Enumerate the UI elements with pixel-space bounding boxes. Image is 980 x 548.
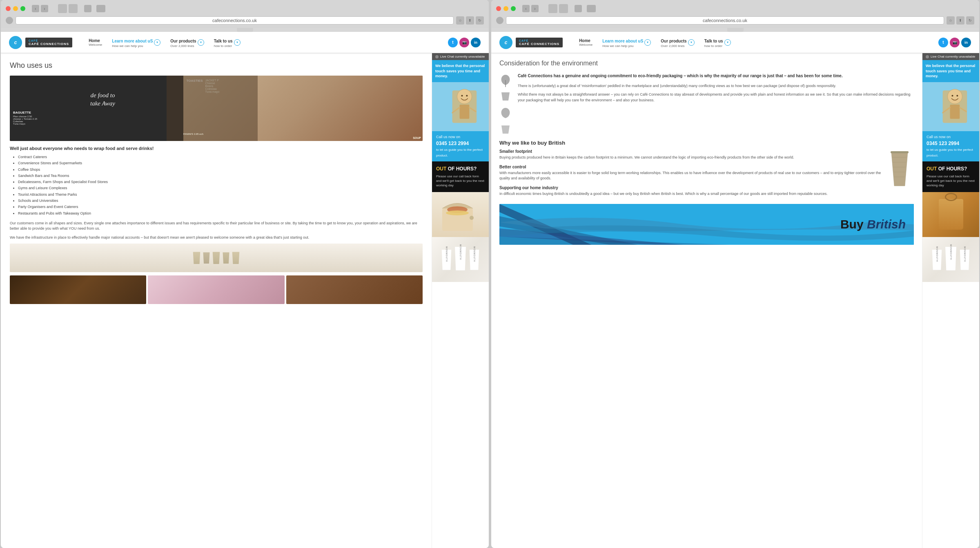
out-rest-right: OF HOURS? (938, 166, 967, 172)
svg-point-22 (956, 95, 958, 96)
download-icon[interactable] (84, 5, 91, 12)
para1-left: Our customers come in all shapes and siz… (10, 221, 423, 232)
close-button-right[interactable] (496, 6, 501, 11)
back-button[interactable]: ‹ (32, 5, 39, 12)
maximize-button-right[interactable] (511, 6, 516, 11)
eco-icon-2 (499, 90, 512, 103)
linkedin-icon-right[interactable]: in (961, 38, 971, 47)
twitter-icon-right[interactable]: t (938, 38, 948, 47)
maximize-button[interactable] (20, 6, 25, 11)
website-right: c CAFÉ CAFÉ CONNECTIONS Home Welcome Lea… (491, 32, 979, 548)
list-item: Tourist Attractions and Theme Parks (18, 192, 423, 198)
resize-tab-right (491, 28, 979, 32)
out-of-hours-left: OUT OF HOURS? Please use our call back f… (432, 161, 489, 192)
instagram-icon-left[interactable]: 📷 (459, 38, 469, 47)
bookmark-icon[interactable]: ☆ (456, 16, 464, 25)
home-industry-title: Supporting our home industry (499, 186, 881, 190)
nav-buttons-left: ‹ › (32, 5, 48, 12)
minimize-button[interactable] (13, 6, 18, 11)
tab-icon-right-1[interactable] (548, 4, 557, 13)
phone-right: 0345 123 2994 (927, 140, 975, 147)
well-text-left: Well just about everyone who needs to wr… (10, 146, 423, 151)
svg-rect-17 (891, 151, 909, 153)
list-view-icon[interactable] (96, 5, 105, 12)
share-icon[interactable]: ⬆ (466, 16, 474, 25)
env-title-right: Consideration for the environment (499, 60, 914, 67)
learn-arrow-right[interactable]: ▾ (644, 39, 651, 46)
intro-text-area: Café Connections has a genuine and ongoi… (518, 73, 914, 136)
live-chat-badge-right: Live Chat currently unavailable (922, 53, 979, 60)
cup-label-3: MONMOUTH (473, 246, 476, 262)
bookmark-icon-right[interactable]: ☆ (947, 16, 955, 25)
intro-bold-right: Café Connections has a genuine and ongoi… (518, 74, 843, 78)
nav-talk-left[interactable]: Talk to us how to order ▾ (210, 35, 245, 49)
nav-products-left[interactable]: Our products Over 2,000 lines ▾ (166, 35, 208, 49)
character-area-right (922, 82, 979, 131)
learn-arrow-left[interactable]: ▾ (154, 39, 160, 46)
browser-chrome-left: ‹ › cafeconnections.co.uk ☆ ⬆ ↻ (1, 0, 489, 28)
nav-links-right: Home Welcome Learn more about uS How we … (575, 35, 938, 49)
forward-button[interactable]: › (41, 5, 48, 12)
tab-icon-1[interactable] (58, 4, 67, 13)
cup-product-area (10, 244, 423, 272)
white-cups-image-left: MONMOUTH MONMOUTH MONMOUTH (432, 237, 489, 282)
out-sub-right: Please use our call back form and we'll … (927, 174, 975, 188)
nav-talk-right[interactable]: Talk to us how to order ▾ (700, 35, 735, 49)
cup-label-right-2: MONMOUTH (950, 244, 952, 260)
medical-image (148, 275, 284, 304)
forward-button-right[interactable]: › (531, 5, 539, 12)
eco-icon-1 (499, 73, 512, 87)
list-item: Convenience Stores and Supermarkets (18, 160, 423, 166)
tab-icon-2[interactable] (69, 4, 78, 13)
cup-illustration-right (885, 149, 914, 192)
restaurant-image (10, 275, 146, 304)
products-arrow-left[interactable]: ▾ (198, 39, 204, 46)
close-button[interactable] (6, 6, 11, 11)
instagram-icon-right[interactable]: 📷 (950, 38, 960, 47)
benefits-area: Smaller footprint Buying products produc… (499, 149, 914, 201)
better-control-title: Better control (499, 165, 881, 169)
svg-rect-4 (460, 105, 470, 119)
logo-name-left: CAFÉ CAFÉ CONNECTIONS (29, 39, 69, 46)
nav-home-left[interactable]: Home Welcome (85, 37, 106, 48)
nav-products-right[interactable]: Our products Over 2,000 lines ▾ (657, 35, 698, 49)
site-nav-left: c CAFÉ CAFÉ CONNECTIONS Home Welcome Lea… (1, 32, 489, 53)
tab-icons (58, 4, 78, 13)
character-area-left (432, 82, 489, 131)
nav-learn-right[interactable]: Learn more about uS How we can help you … (598, 35, 655, 49)
refresh-icon-right[interactable]: ↻ (966, 16, 974, 25)
panini-label: PANINI'S 3.95 ech (183, 133, 203, 135)
browser-window-left: ‹ › cafeconnections.co.uk ☆ ⬆ ↻ (1, 0, 489, 548)
logo-area-right: c CAFÉ CAFÉ CONNECTIONS (499, 36, 563, 49)
live-chat-label-right: Live Chat currently unavailable (931, 55, 975, 58)
talk-arrow-left[interactable]: ▾ (234, 39, 241, 46)
twitter-icon-left[interactable]: t (448, 38, 458, 47)
refresh-icon[interactable]: ↻ (476, 16, 484, 25)
stick-figure-svg-left (432, 82, 489, 131)
nav-learn-left[interactable]: Learn more about uS How we can help you … (108, 35, 165, 49)
list-view-icon-right[interactable] (587, 5, 596, 12)
phone-left: 0345 123 2994 (436, 140, 485, 147)
url-input-left[interactable]: cafeconnections.co.uk (16, 16, 454, 25)
cup-label-2: MONMOUTH (459, 244, 462, 260)
cup-label-1: MONMOUTH (445, 246, 448, 262)
url-input-right[interactable]: cafeconnections.co.uk (506, 16, 944, 25)
back-button-right[interactable]: ‹ (522, 5, 530, 12)
share-icon-right[interactable]: ⬆ (956, 16, 964, 25)
main-content-right: Consideration for the environment (491, 53, 979, 548)
minimize-button-right[interactable] (503, 6, 508, 11)
bag-handle (945, 193, 957, 201)
call-cta-text-right: to let us guide you to the perfect produ… (927, 148, 973, 157)
linkedin-icon-left[interactable]: in (471, 38, 481, 47)
main-content-left: Who uses us de food totake Away BAGUETTE… (1, 53, 489, 548)
list-item: Party Organisers and Event Caterers (18, 204, 423, 210)
home-industry-block: Supporting our home industry In difficul… (499, 186, 881, 197)
page-info-icon-right (496, 17, 503, 24)
site-nav-right: c CAFÉ CAFÉ CONNECTIONS Home Welcome Lea… (491, 32, 979, 53)
talk-arrow-right[interactable]: ▾ (724, 39, 731, 46)
products-arrow-right[interactable]: ▾ (688, 39, 695, 46)
nav-home-right[interactable]: Home Welcome (575, 37, 597, 48)
tab-icon-right-2[interactable] (559, 4, 568, 13)
eco-icon-4 (499, 123, 512, 136)
download-icon-right[interactable] (575, 5, 582, 12)
